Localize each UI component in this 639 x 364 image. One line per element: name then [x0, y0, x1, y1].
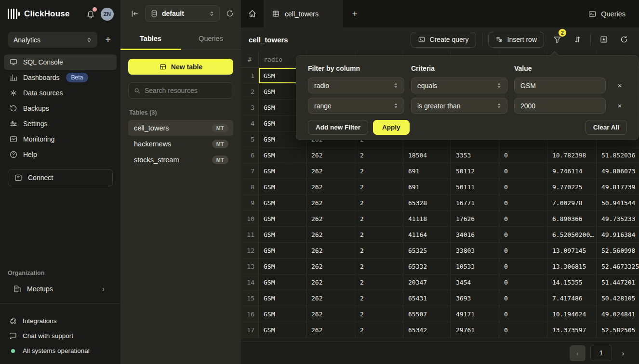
sidebar-item-data-sources[interactable]: Data sources: [4, 85, 117, 101]
table-cell[interactable]: 262: [306, 290, 355, 306]
insert-row-button[interactable]: Insert row: [488, 32, 544, 48]
table-cell[interactable]: 9.746114: [547, 163, 597, 179]
table-cell[interactable]: 0: [499, 163, 547, 179]
table-cell[interactable]: 14.15355: [547, 274, 597, 290]
table-cell[interactable]: 2: [355, 211, 403, 226]
table-cell[interactable]: 0: [499, 290, 547, 306]
table-cell[interactable]: 41164: [403, 227, 451, 242]
table-cell[interactable]: 65342: [403, 322, 451, 338]
table-cell[interactable]: 2: [355, 243, 403, 258]
table-cell[interactable]: 2: [355, 274, 403, 290]
table-cell[interactable]: 51.447201: [597, 274, 639, 290]
clickhouse-logo-icon[interactable]: [8, 8, 20, 20]
table-cell[interactable]: 2: [355, 163, 403, 179]
create-query-button[interactable]: Create query: [411, 32, 476, 48]
table-cell[interactable]: 49.916384: [597, 227, 639, 242]
table-cell[interactable]: GSM: [259, 243, 306, 258]
table-cell[interactable]: 2: [355, 227, 403, 242]
explorer-tab-tables[interactable]: Tables: [120, 27, 181, 50]
queries-button[interactable]: Queries: [588, 0, 639, 27]
table-cell[interactable]: 41118: [403, 211, 451, 226]
table-cell[interactable]: 0: [499, 195, 547, 210]
table-cell[interactable]: 49.817739: [597, 179, 639, 195]
table-cell[interactable]: 0: [499, 306, 547, 322]
table-cell[interactable]: GSM: [259, 259, 306, 274]
user-avatar[interactable]: ZN: [101, 8, 114, 21]
notifications-bell-icon[interactable]: [85, 8, 96, 20]
table-cell[interactable]: 10.194624: [547, 306, 597, 322]
footer-item-integrations[interactable]: Integrations: [0, 313, 120, 328]
next-page-button[interactable]: ›: [617, 349, 629, 357]
table-cell[interactable]: 0: [499, 243, 547, 258]
table-cell[interactable]: 0: [499, 322, 547, 338]
refresh-icon[interactable]: [226, 9, 234, 18]
table-cell[interactable]: 16771: [451, 195, 499, 210]
explorer-tab-queries[interactable]: Queries: [181, 27, 241, 50]
filter-value-input-1[interactable]: [514, 98, 606, 114]
tab-cell-towers[interactable]: cell_towers: [264, 0, 343, 27]
table-cell[interactable]: 33803: [451, 243, 499, 258]
workspace-selector[interactable]: Analytics: [8, 32, 97, 48]
table-cell[interactable]: 29761: [451, 322, 499, 338]
table-cell[interactable]: 65328: [403, 195, 451, 210]
sidebar-item-help[interactable]: Help: [4, 147, 117, 162]
filter-column-select-0[interactable]: radio: [308, 78, 404, 93]
table-cell[interactable]: 0: [499, 179, 547, 195]
apply-filter-button[interactable]: Apply: [373, 120, 410, 135]
table-cell[interactable]: 0: [499, 147, 547, 163]
sidebar-item-monitoring[interactable]: Monitoring: [4, 131, 117, 147]
table-cell[interactable]: GSM: [259, 274, 306, 290]
table-cell[interactable]: 13.097145: [547, 243, 597, 258]
footer-item-chat-with-support[interactable]: Chat with support: [0, 328, 120, 343]
add-new-filter-button[interactable]: Add new Filter: [308, 120, 368, 135]
table-cell[interactable]: 3353: [451, 147, 499, 163]
collapse-sidebar-icon[interactable]: [130, 9, 139, 18]
sidebar-item-dashboards[interactable]: DashboardsBeta: [4, 70, 117, 85]
remove-filter-button-1[interactable]: ×: [612, 102, 627, 110]
table-cell[interactable]: 49.024841: [597, 306, 639, 322]
download-button[interactable]: [597, 32, 611, 47]
filter-value-input-0[interactable]: [514, 78, 606, 93]
table-cell[interactable]: 34016: [451, 227, 499, 242]
add-workspace-button[interactable]: +: [103, 34, 113, 45]
table-cell[interactable]: 2: [355, 179, 403, 195]
table-cell[interactable]: 65332: [403, 259, 451, 274]
table-cell[interactable]: 52.560998: [597, 243, 639, 258]
table-cell[interactable]: 0: [499, 211, 547, 226]
table-cell[interactable]: 6.52050200…: [547, 227, 597, 242]
table-cell[interactable]: GSM: [259, 322, 306, 338]
table-cell[interactable]: GSM: [259, 179, 306, 195]
refresh-button[interactable]: [617, 32, 631, 47]
table-cell[interactable]: GSM: [259, 163, 306, 179]
sidebar-item-sql-console[interactable]: SQL Console: [4, 54, 117, 70]
table-cell[interactable]: 13.306815: [547, 259, 597, 274]
table-cell[interactable]: 20347: [403, 274, 451, 290]
current-page[interactable]: 1: [590, 345, 612, 361]
table-cell[interactable]: 691: [403, 163, 451, 179]
sort-button[interactable]: [570, 32, 585, 47]
table-cell[interactable]: 17626: [451, 211, 499, 226]
search-resources-input[interactable]: [145, 87, 232, 94]
filter-criteria-select-1[interactable]: is greater than: [411, 98, 507, 114]
table-cell[interactable]: 49.735233: [597, 211, 639, 226]
table-cell[interactable]: 6.890366: [547, 211, 597, 226]
table-cell[interactable]: 0: [499, 259, 547, 274]
table-cell[interactable]: 2: [355, 306, 403, 322]
footer-item-all-systems-operational[interactable]: All systems operational: [0, 343, 120, 358]
connect-button[interactable]: Connect: [8, 169, 113, 186]
table-cell[interactable]: 2: [355, 290, 403, 306]
table-cell[interactable]: 10.782398: [547, 147, 597, 163]
table-cell[interactable]: 262: [306, 259, 355, 274]
table-cell[interactable]: 18504: [403, 147, 451, 163]
table-cell[interactable]: 3693: [451, 290, 499, 306]
table-cell[interactable]: 0: [499, 274, 547, 290]
table-cell[interactable]: 2: [355, 259, 403, 274]
table-cell[interactable]: 0: [499, 227, 547, 242]
sidebar-item-settings[interactable]: Settings: [4, 116, 117, 131]
home-button[interactable]: [241, 0, 264, 27]
filter-column-select-1[interactable]: range: [308, 98, 404, 114]
table-cell[interactable]: GSM: [259, 195, 306, 210]
table-cell[interactable]: 2: [355, 147, 403, 163]
table-cell[interactable]: 262: [306, 306, 355, 322]
table-cell[interactable]: 49.806073: [597, 163, 639, 179]
